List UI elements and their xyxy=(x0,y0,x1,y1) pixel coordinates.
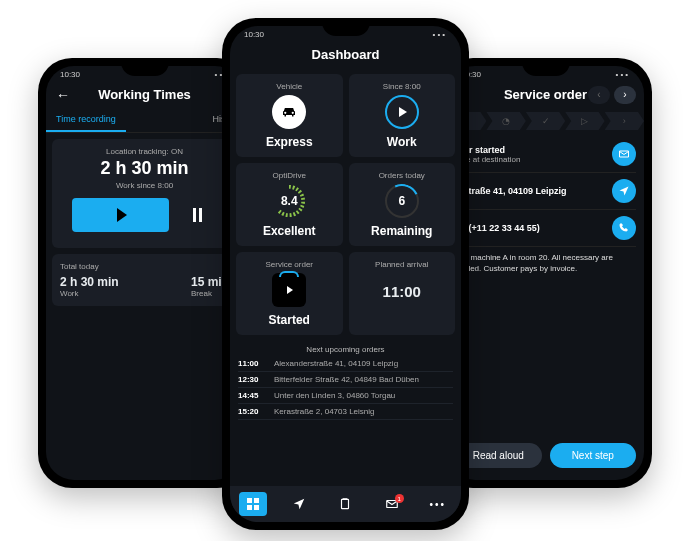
arrow-icon xyxy=(618,185,630,197)
status-dots-icon: ••• xyxy=(616,70,630,79)
tile-orders[interactable]: Orders today 6 Remaining xyxy=(349,163,456,246)
upcoming-title: Next upcoming orders xyxy=(230,341,461,356)
order-row[interactable]: 12:30Bitterfelder Straße 42, 04849 Bad D… xyxy=(238,372,453,388)
tab-time-recording[interactable]: Time recording xyxy=(46,108,126,132)
work-since: Work since 8:00 xyxy=(60,181,229,190)
play-button[interactable] xyxy=(72,198,169,232)
play-icon xyxy=(117,208,127,222)
orders-gauge-icon: 6 xyxy=(385,184,419,218)
statusbar: 10:30 ••• xyxy=(46,66,243,81)
address-row: erstraße 41, 04109 Leipzig xyxy=(455,173,636,209)
grid-icon xyxy=(247,498,259,510)
work-duration: 2 h 30 min xyxy=(60,156,229,181)
clipboard-icon xyxy=(338,497,352,511)
location-tracking-status: Location tracking: ON xyxy=(60,147,229,156)
phone-dashboard: 10:30 ••• Dashboard Vehicle Express Sinc… xyxy=(222,18,469,530)
optidrive-gauge-icon: 8.4 xyxy=(272,184,306,218)
phone-working-times: 10:30 ••• ← Working Times Time recording… xyxy=(38,58,251,488)
step-5[interactable]: › xyxy=(605,112,644,130)
notification-badge: 1 xyxy=(395,494,404,503)
call-action-button[interactable] xyxy=(612,216,636,240)
tile-vehicle[interactable]: Vehicle Express xyxy=(236,74,343,157)
phone-service-order: 10:30 ••• Service order ‹ › » ◔ ✓ ▷ › rd… xyxy=(439,58,652,488)
nav-navigation-button[interactable] xyxy=(285,492,313,516)
back-icon[interactable]: ← xyxy=(56,87,70,103)
page-title: Service order xyxy=(504,87,587,102)
tabs: Time recording Histo xyxy=(46,108,243,133)
header: Dashboard xyxy=(230,41,461,68)
page-title: Working Times xyxy=(98,87,191,102)
header: ← Working Times xyxy=(46,81,243,108)
bottom-nav: 1 ••• xyxy=(230,486,461,522)
tile-service-order[interactable]: Service order Started xyxy=(236,252,343,335)
prev-button[interactable]: ‹ xyxy=(588,86,610,104)
chevron-right-icon: › xyxy=(623,89,626,100)
nav-orders-button[interactable] xyxy=(331,492,359,516)
mail-icon xyxy=(618,148,630,160)
upcoming-orders-list: 11:00Alexanderstraße 41, 04109 Leipzig 1… xyxy=(230,356,461,420)
order-note: pair machine A in room 20. All necessary… xyxy=(455,247,636,285)
phone-icon xyxy=(618,222,630,234)
pause-button[interactable] xyxy=(177,198,217,232)
car-icon xyxy=(272,95,306,129)
work-total-label: Work xyxy=(60,289,119,298)
tile-optidrive[interactable]: OptiDrive 8.4 Excellent xyxy=(236,163,343,246)
nav-more-button[interactable]: ••• xyxy=(424,492,452,516)
navigate-action-button[interactable] xyxy=(612,179,636,203)
svg-rect-0 xyxy=(342,499,349,508)
more-icon: ••• xyxy=(430,499,447,510)
tile-work[interactable]: Since 8:00 Work xyxy=(349,74,456,157)
status-dots-icon: ••• xyxy=(433,30,447,39)
phone-row: nd (+11 22 33 44 55) xyxy=(455,210,636,246)
next-button[interactable]: › xyxy=(614,86,636,104)
page-title: Dashboard xyxy=(312,47,380,62)
header: Service order ‹ › xyxy=(447,81,644,108)
total-today-label: Total today xyxy=(60,262,229,271)
status-row: rder started rrive at destination xyxy=(455,136,636,172)
order-row[interactable]: 14:45Unter den Linden 3, 04860 Torgau xyxy=(238,388,453,404)
status-time: 10:30 xyxy=(244,30,264,39)
service-started-icon xyxy=(272,273,306,307)
work-play-icon xyxy=(385,95,419,129)
next-step-button[interactable]: Next step xyxy=(550,443,637,468)
statusbar: 10:30 ••• xyxy=(230,26,461,41)
step-3[interactable]: ✓ xyxy=(526,112,565,130)
work-total-value: 2 h 30 min xyxy=(60,275,119,289)
nav-dashboard-button[interactable] xyxy=(239,492,267,516)
status-time: 10:30 xyxy=(60,70,80,79)
chevron-left-icon: ‹ xyxy=(597,89,600,100)
mail-action-button[interactable] xyxy=(612,142,636,166)
tile-planned-arrival[interactable]: Planned arrival 11:00 xyxy=(349,252,456,335)
arrow-icon xyxy=(292,497,306,511)
nav-messages-button[interactable]: 1 xyxy=(378,492,406,516)
progress-steps: » ◔ ✓ ▷ › xyxy=(447,108,644,136)
step-2[interactable]: ◔ xyxy=(486,112,525,130)
statusbar: 10:30 ••• xyxy=(447,66,644,81)
order-row[interactable]: 15:20Kerastraße 2, 04703 Leisnig xyxy=(238,404,453,420)
order-row[interactable]: 11:00Alexanderstraße 41, 04109 Leipzig xyxy=(238,356,453,372)
step-4[interactable]: ▷ xyxy=(565,112,604,130)
